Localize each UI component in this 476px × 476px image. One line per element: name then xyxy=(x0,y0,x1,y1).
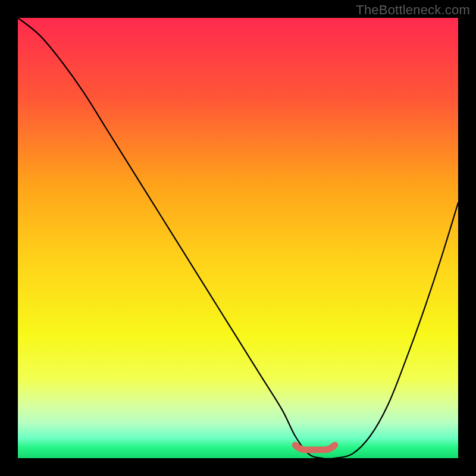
plot-area xyxy=(18,18,458,458)
ideal-range-marker xyxy=(295,445,335,450)
frame-bottom xyxy=(0,458,476,476)
frame-right xyxy=(458,0,476,476)
frame-left xyxy=(0,0,18,476)
curve-layer xyxy=(18,18,458,458)
bottleneck-curve xyxy=(18,18,458,458)
watermark-text: TheBottleneck.com xyxy=(356,2,470,18)
